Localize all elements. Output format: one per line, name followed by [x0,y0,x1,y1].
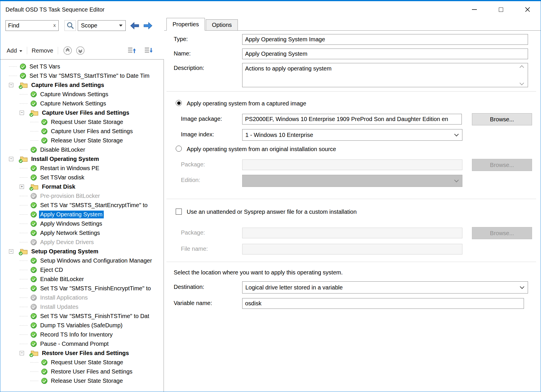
captured-image-radio-label: Apply operating system from a captured i… [187,100,306,107]
tree-connector [20,325,28,326]
tree-item[interactable]: Disable BitLocker [0,145,164,154]
tree-item[interactable]: Apply Network Settings [0,228,164,237]
tree-item-label: Request User State Storage [50,118,124,126]
window-title: Default OSD TS Task Sequence Editor [5,6,105,13]
tree-item[interactable]: −Capture Files and Settings [0,80,164,90]
circled-chevron-up-icon [63,46,73,55]
maximize-button[interactable] [488,1,514,18]
tree-connector [20,205,28,205]
image-package-browse-button[interactable]: Browse... [472,113,532,125]
tree-item[interactable]: −Setup Operating System [0,247,164,256]
collapse-box-icon[interactable]: − [9,83,13,87]
tree-item-label: Capture Files and Settings [30,81,105,89]
original-source-radio[interactable] [176,146,182,152]
tree-item[interactable]: Pre-provision BitLocker [0,191,164,200]
move-step-up-button[interactable] [63,46,73,55]
close-button[interactable] [514,1,541,18]
type-label: Type: [174,36,188,42]
collapse-box-icon[interactable]: − [20,111,24,115]
tree-item[interactable]: Release User State Storage [0,136,164,145]
tree-item[interactable]: Set TS Vars [0,62,164,71]
tree-item-label: Setup Operating System [30,248,99,255]
tree-item[interactable]: Request User State Storage [0,117,164,127]
step-check-icon [41,369,47,375]
collapse-box-icon[interactable]: − [9,249,13,254]
tree-item[interactable]: Install Applications [0,293,164,302]
tree-item[interactable]: −Restore User Files and Settings [0,348,164,358]
tree-item[interactable]: Set TS Var "SMSTS_FinishEncryptTime" to [0,284,164,293]
tree-item-label: Apply Windows Settings [39,220,103,228]
expand-all-groups-button[interactable] [144,46,153,55]
tree-item[interactable]: −Install Operating System [0,154,164,164]
tree-item[interactable]: Request User State Storage [0,358,164,367]
name-input[interactable] [242,49,528,59]
captured-image-radio[interactable] [176,100,182,106]
tree-item-label: Set TS Var "SMSTS_FinishEncryptTime" to [39,285,152,292]
tree-item[interactable]: Enable BitLocker [0,274,164,284]
tree-item[interactable]: Apply Operating System [0,210,164,219]
find-previous-button[interactable] [129,21,140,31]
tab-properties[interactable]: Properties [166,18,205,31]
collapse-all-groups-button[interactable] [127,46,137,55]
edition-label: Edition: [181,177,200,183]
tree-item[interactable]: Restore User Files and Settings [0,367,164,376]
properties-tab-content: Type: Name: Description: Actions to appl… [164,31,541,392]
find-next-button[interactable] [142,21,154,31]
find-input[interactable] [6,22,52,29]
remove-button[interactable]: Remove [32,47,53,54]
add-button[interactable]: Add [7,47,22,54]
step-check-icon [31,174,37,181]
minimize-button[interactable] [461,1,488,18]
answer-file-checkbox[interactable] [176,209,182,215]
tree-item[interactable]: Capture Windows Settings [0,90,164,99]
tree-item[interactable]: Apply Windows Settings [0,219,164,228]
remove-button-label: Remove [32,47,53,54]
description-textarea[interactable]: Actions to apply operating system [242,63,528,87]
tree-item[interactable]: −Capture User Files and Settings [0,108,164,117]
section-divider [166,262,536,262]
tree-item[interactable]: Pause - Command Prompt [0,339,164,348]
tree-item[interactable]: Setup Windows and Configuration Manager [0,256,164,265]
tree-item[interactable]: Install Updates [0,302,164,311]
tree-item[interactable]: Capture Network Settings [0,99,164,108]
expand-box-icon[interactable]: + [20,185,24,189]
tree-item[interactable]: Set TSVar osdisk [0,173,164,182]
variable-name-input[interactable] [242,298,524,309]
variable-name-label: Variable name: [174,300,212,306]
tree-item[interactable]: Release User State Storage [0,376,164,385]
collapse-box-icon[interactable]: − [9,157,13,161]
step-check-icon [31,258,37,264]
tree-item[interactable]: Set TS Var "SMSTS_FinishTSTime" to Dat [0,311,164,321]
tree-item[interactable]: Dump TS Variables (SafeDump) [0,321,164,330]
image-index-label: Image index: [181,131,214,138]
step-check-icon [41,128,47,134]
original-package-browse-button: Browse... [472,159,532,171]
tree-item[interactable]: Restart in Windows PE [0,164,164,173]
collapse-box-icon[interactable]: − [20,351,24,355]
tree-item[interactable]: Eject CD [0,265,164,274]
tree-item-label: Capture User Files and Settings [50,127,134,135]
destination-dropdown[interactable]: Logical drive letter stored in a variabl… [242,281,528,293]
clear-find-icon[interactable]: x [52,23,59,29]
caret-down-icon [19,50,22,52]
tree-item-label: Restore User Files and Settings [50,368,134,376]
step-check-icon [31,202,37,208]
tree-item-label: Set TS Var "SMSTS_StartTSTime" to Date T… [28,72,151,80]
image-index-dropdown[interactable]: 1 - Windows 10 Enterprise [242,129,462,141]
tree-connector [20,168,28,168]
tree-item[interactable]: Record TS Info for Inventory [0,330,164,339]
image-package-input[interactable] [242,114,462,125]
tree-item[interactable]: Set TS Var "SMSTS_StartEncryptTime" to [0,200,164,210]
tree-item[interactable]: +Format Disk [0,182,164,191]
tree-item[interactable]: Capture User Files and Settings [0,127,164,136]
type-input[interactable] [242,34,528,45]
scope-dropdown[interactable]: Scope [78,20,126,31]
move-step-down-button[interactable] [75,46,85,55]
tab-options[interactable]: Options [206,19,238,30]
step-check-icon [31,91,37,97]
search-button[interactable] [64,20,76,31]
tree-item[interactable]: Set TS Var "SMSTS_StartTSTime" to Date T… [0,71,164,80]
step-check-icon [31,147,37,153]
tree-connector [20,94,28,94]
tree-item[interactable]: Apply Device Drivers [0,237,164,247]
